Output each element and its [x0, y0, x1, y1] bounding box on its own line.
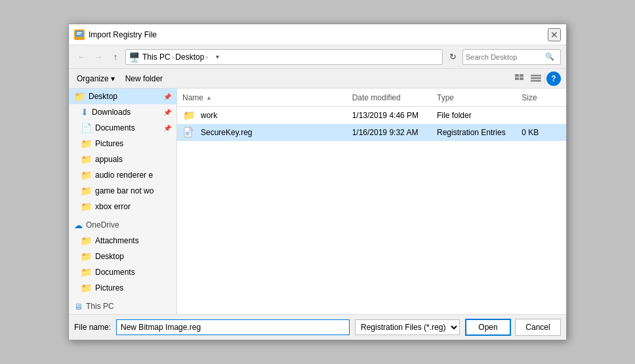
- file-name: SecureKey.reg: [201, 128, 253, 137]
- organize-button[interactable]: Organize ▾: [74, 73, 117, 85]
- sidebar-item-downloads[interactable]: ⬇ Downloads 📌: [69, 104, 176, 120]
- svg-rect-5: [515, 77, 519, 80]
- onedrive-icon: ☁: [74, 220, 83, 230]
- address-bar: 🖥️ This PC › Desktop › ▾: [125, 49, 443, 65]
- file-name: work: [201, 111, 217, 120]
- sidebar-item-xbox[interactable]: 📁 xbox error: [69, 199, 176, 214]
- sort-arrow: ▲: [206, 94, 212, 101]
- crumb-sep-2: ›: [205, 53, 208, 61]
- sidebar-item-od-documents[interactable]: 📁 Documents: [69, 264, 176, 280]
- filename-input[interactable]: [116, 319, 350, 335]
- sidebar-label-downloads: Downloads: [92, 108, 131, 117]
- search-input[interactable]: [466, 53, 544, 61]
- col-header-date[interactable]: Date modified: [352, 93, 437, 102]
- sidebar-label-thispc: This PC: [86, 302, 114, 311]
- pin-icon-documents: 📌: [163, 125, 171, 132]
- col-header-type[interactable]: Type: [437, 93, 522, 102]
- forward-button[interactable]: →: [91, 50, 106, 64]
- refresh-button[interactable]: ↻: [445, 50, 460, 64]
- sidebar-label-pictures: Pictures: [95, 139, 123, 148]
- svg-rect-13: [186, 133, 189, 134]
- table-row[interactable]: 📁 work 1/13/2019 4:46 PM File folder: [177, 107, 566, 124]
- svg-rect-9: [531, 80, 541, 82]
- download-icon: ⬇: [81, 107, 89, 117]
- sidebar-section-thispc[interactable]: 🖥 This PC: [69, 298, 176, 314]
- sidebar-item-attachments[interactable]: 📁 Attachments: [69, 233, 176, 249]
- new-folder-button[interactable]: New folder: [123, 73, 165, 85]
- filename-label: File name:: [74, 323, 111, 332]
- audio-icon: 📁: [81, 170, 92, 180]
- dialog-icon: [74, 30, 85, 40]
- file-date: 1/13/2019 4:46 PM: [352, 111, 437, 120]
- up-button[interactable]: ↑: [108, 50, 123, 64]
- svg-rect-8: [531, 77, 541, 79]
- bottom-buttons: Open Cancel: [465, 319, 561, 336]
- sidebar-label-od-documents: Documents: [95, 268, 135, 277]
- sidebar-item-desktop[interactable]: 📁 Desktop 📌: [69, 89, 176, 104]
- folder-icon: 📁: [74, 91, 85, 102]
- back-button[interactable]: ←: [74, 50, 89, 64]
- navigation-toolbar: ← → ↑ 🖥️ This PC › Desktop › ▾ ↻ 🔍: [69, 45, 566, 69]
- col-header-size[interactable]: Size: [522, 93, 561, 102]
- search-icon: 🔍: [544, 52, 555, 62]
- appuals-icon: 📁: [81, 154, 92, 165]
- sidebar-label-appuals: appuals: [95, 155, 123, 164]
- svg-rect-6: [520, 77, 523, 80]
- search-box: 🔍: [462, 49, 561, 65]
- file-type: Registration Entries: [437, 128, 522, 137]
- view-buttons: ?: [513, 71, 561, 86]
- sidebar-label-onedrive: OneDrive: [86, 220, 119, 230]
- svg-rect-14: [186, 134, 190, 135]
- sidebar-item-od-pictures[interactable]: 📁 Pictures: [69, 280, 176, 296]
- crumb-desktop[interactable]: Desktop: [175, 52, 204, 62]
- cancel-button[interactable]: Cancel: [515, 319, 561, 336]
- view-sep: [544, 73, 545, 85]
- title-bar: Import Registry File ✕: [69, 24, 566, 45]
- sidebar-label-audio: audio renderer e: [95, 171, 153, 180]
- svg-rect-12: [186, 132, 190, 132]
- sidebar-item-appuals[interactable]: 📁 appuals: [69, 152, 176, 167]
- view-tiles-button[interactable]: [513, 71, 527, 86]
- pictures-icon: 📁: [81, 138, 92, 149]
- gamebar-icon: 📁: [81, 186, 92, 196]
- file-date: 1/16/2019 9:32 AM: [352, 128, 437, 137]
- col-header-name[interactable]: Name ▲: [182, 93, 352, 102]
- col-name-label: Name: [182, 93, 203, 102]
- folder-file-icon: 📁: [182, 109, 195, 122]
- od-documents-icon: 📁: [81, 267, 92, 277]
- svg-rect-1: [77, 32, 82, 33]
- open-button[interactable]: Open: [465, 319, 511, 336]
- view-list-button[interactable]: [529, 71, 543, 86]
- address-folder-icon: 🖥️: [129, 52, 140, 62]
- crumb-sep-1: ›: [172, 53, 174, 61]
- organize-label: Organize: [77, 74, 109, 83]
- crumb-thispc[interactable]: This PC: [142, 52, 171, 62]
- col-date-label: Date modified: [352, 93, 401, 102]
- file-name-cell: SecureKey.reg: [182, 126, 352, 139]
- filetype-select[interactable]: Registration Files (*.reg): [355, 319, 460, 335]
- table-row[interactable]: SecureKey.reg 1/16/2019 9:32 AM Registra…: [177, 124, 566, 141]
- svg-rect-4: [520, 74, 523, 77]
- sidebar-item-gamebar[interactable]: 📁 game bar not wo: [69, 183, 176, 199]
- main-area: 📁 Desktop 📌 ⬇ Downloads 📌 📄 Documents 📌 …: [69, 89, 566, 314]
- sidebar-item-audio[interactable]: 📁 audio renderer e: [69, 167, 176, 183]
- pin-icon-downloads: 📌: [163, 109, 171, 116]
- content-area: Name ▲ Date modified Type Size 📁 work: [177, 89, 566, 314]
- help-button[interactable]: ?: [546, 71, 561, 86]
- sidebar-item-pictures[interactable]: 📁 Pictures: [69, 136, 176, 152]
- od-pictures-icon: 📁: [81, 283, 92, 293]
- close-button[interactable]: ✕: [548, 28, 561, 41]
- title-bar-left: Import Registry File: [74, 30, 157, 40]
- sidebar-item-od-desktop[interactable]: 📁 Desktop: [69, 249, 176, 264]
- svg-rect-2: [77, 33, 81, 35]
- address-dropdown-button[interactable]: ▾: [211, 50, 224, 64]
- organize-arrow: ▾: [111, 74, 115, 83]
- sidebar-item-documents[interactable]: 📄 Documents 📌: [69, 120, 176, 136]
- sidebar: 📁 Desktop 📌 ⬇ Downloads 📌 📄 Documents 📌 …: [69, 89, 177, 314]
- sidebar-label-od-desktop: Desktop: [95, 252, 124, 261]
- docs-icon: 📄: [81, 123, 92, 133]
- col-type-label: Type: [437, 93, 454, 102]
- sidebar-section-onedrive[interactable]: ☁ OneDrive: [69, 217, 176, 233]
- action-bar-left: Organize ▾ New folder: [74, 73, 165, 85]
- column-headers: Name ▲ Date modified Type Size: [177, 89, 566, 107]
